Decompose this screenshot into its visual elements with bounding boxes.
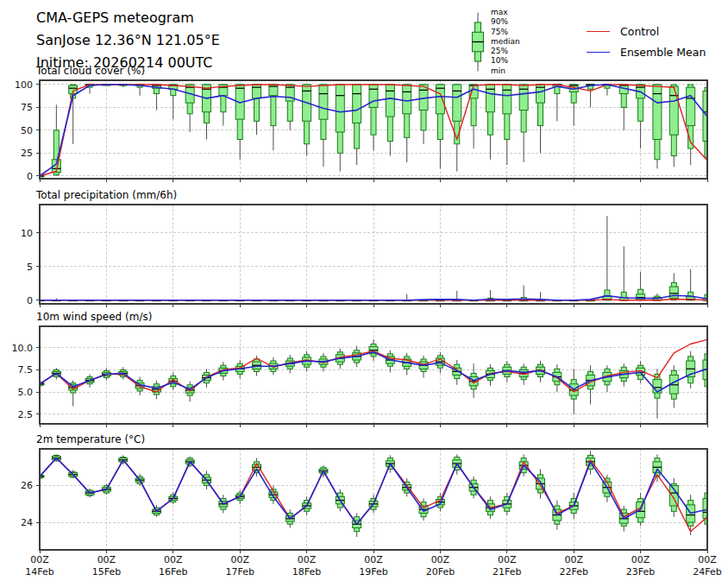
legend-label-25: 25% xyxy=(491,47,520,56)
box-whisker xyxy=(369,85,378,150)
panel-title-temperature: 2m temperature (°C) xyxy=(36,433,145,445)
box-whisker xyxy=(519,85,528,162)
box-whisker xyxy=(152,85,160,110)
x-tick-label-time: 00Z xyxy=(364,554,383,565)
legend-label-min: min xyxy=(491,66,520,76)
y-tick-label: 25 xyxy=(21,148,33,159)
y-tick-label: 2.5 xyxy=(18,409,34,420)
box-whisker xyxy=(569,85,578,126)
legend-label-90: 90% xyxy=(491,17,520,27)
box-whisker xyxy=(52,104,60,176)
box-whisker xyxy=(235,85,244,160)
y-tick-label: 10 xyxy=(21,228,33,239)
box-whisker xyxy=(303,85,311,156)
x-tick-label-time: 00Z xyxy=(298,554,317,565)
x-tick-label-time: 00Z xyxy=(631,554,650,565)
meteogram-plot: 025507510005102.55.07.510.0242600Z14Feb0… xyxy=(0,0,728,587)
x-tick-label-date: 20Feb xyxy=(426,566,455,578)
box-whisker xyxy=(369,339,378,361)
x-tick-label-time: 00Z xyxy=(30,554,49,565)
x-tick-label-date: 18Feb xyxy=(292,566,321,578)
box-whisker xyxy=(286,85,294,130)
x-tick-label-date: 17Feb xyxy=(225,566,254,578)
x-tick-label-time: 00Z xyxy=(97,554,116,565)
y-tick-label: 5.0 xyxy=(18,387,34,398)
legend-label-median: median xyxy=(491,37,520,47)
control-legend: Control xyxy=(587,25,659,38)
x-tick-label-time: 00Z xyxy=(230,554,249,565)
y-tick-label: 100 xyxy=(15,79,33,91)
box-whisker xyxy=(269,85,278,150)
box-whisker xyxy=(537,469,545,498)
x-tick-label-date: 15Feb xyxy=(92,566,121,578)
box-whisker xyxy=(619,246,628,300)
box-whisker xyxy=(537,85,545,153)
panel-data-layer xyxy=(35,336,712,419)
box-whisker xyxy=(403,85,411,162)
legend-label-10: 10% xyxy=(491,56,520,66)
box-whisker xyxy=(419,85,428,144)
box-whisker xyxy=(603,216,612,300)
x-tick-label-date: 16Feb xyxy=(159,566,187,578)
station-coordinates: SanJose 12.36°N 121.05°E xyxy=(36,29,220,52)
box-whisker xyxy=(619,85,628,130)
y-tick-label: 24 xyxy=(21,517,33,528)
x-tick-label-date: 23Feb xyxy=(626,566,655,578)
y-tick-label: 50 xyxy=(21,125,33,136)
x-tick-label-time: 00Z xyxy=(698,554,717,565)
panel-title-precipitation: Total precipitation (mm/6h) xyxy=(36,189,177,201)
y-tick-label: 0 xyxy=(27,171,33,182)
box-whisker xyxy=(185,85,194,132)
x-tick-label-date: 21Feb xyxy=(493,566,521,578)
chart-title: CMA-GEPS meteogram xyxy=(36,7,220,29)
x-tick-label-time: 00Z xyxy=(498,554,517,565)
ensemble-mean-legend: Ensemble Mean xyxy=(587,46,706,59)
box-whisker xyxy=(587,85,595,107)
y-tick-label: 75 xyxy=(21,102,33,113)
box-whisker xyxy=(669,365,678,407)
box-whisker xyxy=(553,85,562,121)
y-tick-label: 5 xyxy=(27,262,33,273)
meteogram: 025507510005102.55.07.510.0242600Z14Feb0… xyxy=(0,0,728,587)
box-whisker xyxy=(319,85,328,167)
box-whisker xyxy=(219,85,228,126)
box-whisker xyxy=(403,353,411,376)
panel-title-cloud-cover: Total cloud cover (%) xyxy=(36,65,145,77)
box-whisker-legend-glyph xyxy=(467,10,489,78)
x-tick-label-time: 00Z xyxy=(564,554,583,565)
x-tick-label-date: 24Feb xyxy=(693,566,721,578)
y-tick-label: 10.0 xyxy=(12,343,34,354)
box-whisker xyxy=(353,513,361,537)
x-tick-label-time: 00Z xyxy=(164,554,183,565)
box-whisker xyxy=(687,351,695,388)
box-whisker xyxy=(653,85,662,168)
box-whisker xyxy=(587,365,595,404)
panel-title-wind-speed: 10m wind speed (m/s) xyxy=(36,311,152,323)
box-whisker xyxy=(386,85,394,156)
box-whisker-legend-labels: max 90% 75% median 25% 10% min xyxy=(491,8,520,76)
legend-label-75: 75% xyxy=(491,28,520,37)
control-legend-label: Control xyxy=(620,25,659,38)
y-tick-label: 0 xyxy=(27,295,33,306)
box-whisker xyxy=(419,356,428,378)
box-whisker xyxy=(637,272,645,300)
ensemble-mean-line-sample xyxy=(587,52,610,53)
x-tick-label-time: 00Z xyxy=(431,554,450,565)
x-tick-label-date: 22Feb xyxy=(559,566,587,578)
box-whisker xyxy=(203,85,211,140)
box-whisker xyxy=(336,85,344,172)
box-whisker xyxy=(603,365,612,392)
box-whisker xyxy=(253,85,261,135)
control-line-sample xyxy=(587,31,610,32)
y-tick-label: 26 xyxy=(21,480,33,491)
box-whisker xyxy=(486,85,494,160)
box-whisker xyxy=(386,350,394,373)
x-tick-label-date: 19Feb xyxy=(359,566,387,578)
y-tick-label: 7.5 xyxy=(18,364,34,376)
x-tick-label-date: 14Feb xyxy=(25,566,53,578)
ensemble-mean-legend-label: Ensemble Mean xyxy=(620,46,706,59)
legend-label-max: max xyxy=(491,8,520,17)
